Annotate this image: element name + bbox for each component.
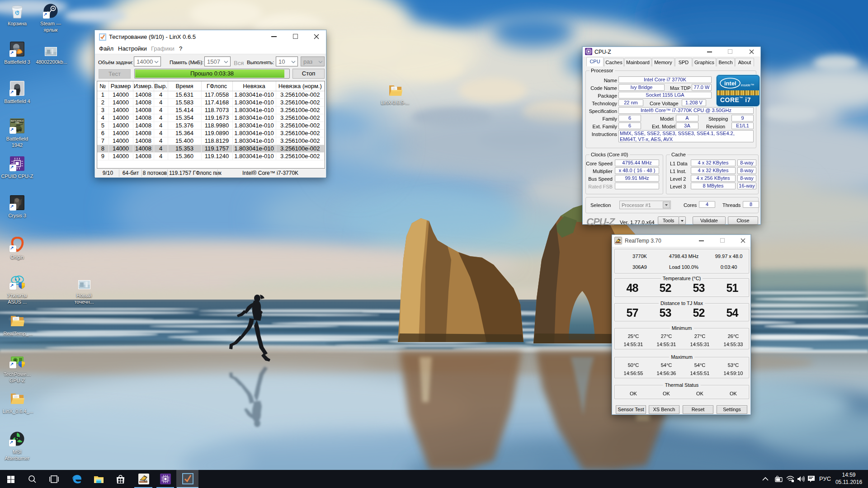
svg-text:intel: intel bbox=[724, 80, 736, 87]
svg-text:45: 45 bbox=[144, 479, 147, 483]
svg-text:1942: 1942 bbox=[15, 122, 19, 124]
svg-text:inside™: inside™ bbox=[741, 83, 754, 87]
